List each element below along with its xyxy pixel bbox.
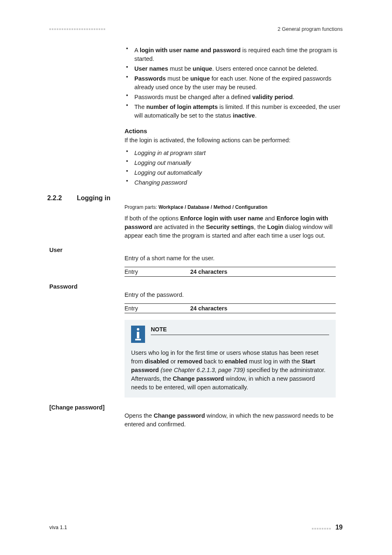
- change-password-label: [Change password]: [49, 404, 343, 411]
- section-paragraph: If both of the options Enforce login wit…: [125, 214, 336, 240]
- actions-list: Logging in at program start Logging out …: [125, 149, 342, 187]
- list-item: Passwords must be changed after a define…: [125, 93, 342, 102]
- actions-heading: Actions: [125, 127, 342, 134]
- password-entry-row: Entry 24 characters: [125, 303, 336, 313]
- list-item: Logging out manually: [125, 159, 342, 167]
- list-item: The number of login attempts is limited.…: [125, 103, 342, 120]
- note-title: NOTE: [151, 326, 167, 334]
- note-body: Users who log in for the first time or u…: [131, 349, 329, 392]
- list-item: A login with user name and password is r…: [125, 46, 342, 63]
- section-title: Logging in: [77, 194, 111, 202]
- change-password-block: Opens the Change password window, in whi…: [125, 412, 336, 429]
- user-label: User: [49, 247, 343, 253]
- user-entry-row: Entry 24 characters: [125, 267, 336, 277]
- actions-lead: If the login is activated, the following…: [125, 136, 342, 145]
- password-desc: Entry of the password.: [125, 291, 336, 299]
- running-header: 2 General program functions: [278, 26, 343, 32]
- entry-value: 24 characters: [190, 268, 227, 275]
- password-block: Entry of the password. Entry 24 characte…: [125, 291, 336, 398]
- section-heading-row: 2.2.2 Logging in: [49, 194, 343, 202]
- program-parts: Program parts: Workplace / Database / Me…: [125, 204, 336, 210]
- section-number: 2.2.2: [47, 194, 77, 202]
- page-header: 2 General program functions: [49, 26, 343, 32]
- intro-bullet-list: A login with user name and password is r…: [125, 46, 342, 120]
- entry-label: Entry: [125, 305, 190, 312]
- footer-right: 19: [312, 524, 343, 531]
- list-item: Logging out automatically: [125, 169, 342, 177]
- list-item: User names must be unique. Users entered…: [125, 65, 342, 73]
- section-body: Program parts: Workplace / Database / Me…: [125, 204, 336, 240]
- footer-ornament: [312, 525, 333, 531]
- password-label: Password: [49, 283, 343, 290]
- intro-block: A login with user name and password is r…: [125, 46, 342, 187]
- page-number: 19: [335, 524, 343, 531]
- page-root: 2 General program functions A login with…: [0, 0, 392, 555]
- header-ornament-left: [49, 28, 105, 30]
- info-icon: [131, 326, 145, 343]
- entry-value: 24 characters: [190, 305, 227, 312]
- user-desc: Entry of a short name for the user.: [125, 254, 336, 263]
- list-item: Logging in at program start: [125, 149, 342, 157]
- change-password-desc: Opens the Change password window, in whi…: [125, 412, 336, 429]
- list-item: Changing password: [125, 178, 342, 187]
- user-block: Entry of a short name for the user. Entr…: [125, 254, 336, 277]
- list-item: Passwords must be unique for each user. …: [125, 74, 342, 92]
- page-footer: viva 1.1 19: [49, 524, 343, 531]
- note-divider: [151, 335, 329, 335]
- footer-left: viva 1.1: [49, 525, 67, 530]
- note-box: NOTE Users who log in for the first time…: [125, 320, 336, 398]
- note-header: NOTE: [131, 326, 329, 343]
- entry-label: Entry: [125, 268, 190, 275]
